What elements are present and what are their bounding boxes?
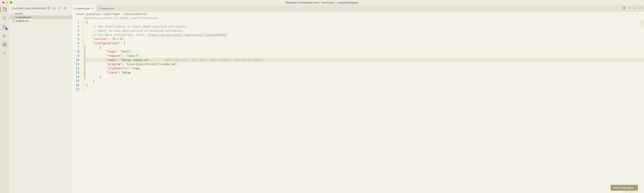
code-line[interactable]: 11 "program": "${workspaceFolder}/readme… bbox=[72, 62, 644, 66]
fold-gutter bbox=[82, 33, 84, 37]
fold-gutter bbox=[82, 29, 84, 33]
breadcrumbs[interactable]: .vscode › {} launch.json › Launch Target… bbox=[72, 12, 644, 16]
code-line[interactable]: 13 "trace": false bbox=[72, 71, 644, 75]
code-content: // For more information, visit: https://… bbox=[86, 33, 644, 37]
svg-rect-7 bbox=[3, 45, 4, 46]
code-line[interactable]: 9 "request": "launch", bbox=[72, 54, 644, 58]
breadcrumb-segment[interactable]: .vscode bbox=[76, 13, 84, 16]
minimize-window-button[interactable] bbox=[6, 1, 8, 4]
code-content: "trace": false bbox=[86, 71, 644, 75]
line-number: 5 bbox=[72, 37, 82, 41]
diff-added-marker bbox=[84, 54, 85, 58]
tab-actions bbox=[623, 5, 644, 12]
code-line[interactable]: 6 "configurations": [ bbox=[72, 41, 644, 45]
sidebar: EXPLORER: SAMPLEWORKSPACE ⋯ ⌄ .vscode {}… bbox=[9, 5, 72, 193]
line-number: 15 bbox=[72, 79, 82, 83]
diff-added-marker bbox=[84, 71, 85, 75]
code-line[interactable]: 15 ] bbox=[72, 79, 644, 83]
code-line[interactable]: 16} bbox=[72, 83, 644, 87]
tab-launch-json[interactable]: {}launch.json× bbox=[72, 5, 96, 12]
svg-point-0 bbox=[3, 17, 5, 19]
diff-gutter bbox=[84, 33, 85, 37]
line-number: 1 bbox=[72, 20, 82, 25]
line-number: 2 bbox=[72, 25, 82, 29]
code-content: // Use IntelliSense to learn about possi… bbox=[86, 25, 644, 29]
maximize-window-button[interactable] bbox=[10, 1, 12, 4]
code-line[interactable]: 14 } bbox=[72, 75, 644, 79]
fold-gutter bbox=[82, 25, 84, 29]
code-line[interactable]: 8 "type": "mock", bbox=[72, 50, 644, 54]
svg-rect-6 bbox=[3, 43, 4, 45]
folder-header[interactable]: ⌄ .vscode bbox=[9, 12, 72, 16]
fold-gutter bbox=[82, 54, 84, 58]
code-content: "stopOnEntry": true, bbox=[86, 66, 644, 71]
code-line[interactable]: 4 // For more information, visit: https:… bbox=[72, 33, 644, 37]
fold-gutter bbox=[82, 20, 84, 25]
code-line[interactable]: 2 // Use IntelliSense to learn about pos… bbox=[72, 25, 644, 29]
breadcrumb-separator: › bbox=[101, 13, 104, 16]
extensions-icon[interactable] bbox=[2, 42, 7, 47]
line-number: 8 bbox=[72, 50, 82, 54]
tree-item-launch-json[interactable]: {}launch.json bbox=[9, 16, 72, 19]
diff-gutter bbox=[84, 79, 85, 83]
breadcrumb-segment[interactable]: Debug readme.md bbox=[126, 13, 146, 16]
code-content: } bbox=[86, 75, 644, 79]
editor[interactable]: 1{2 // Use IntelliSense to learn about p… bbox=[72, 20, 644, 193]
code-content: "name": "Debug readme.md", Andre Weinand… bbox=[86, 58, 644, 62]
code-line[interactable]: 7 { bbox=[72, 45, 644, 50]
fold-gutter bbox=[82, 66, 84, 71]
compare-icon[interactable] bbox=[623, 7, 626, 10]
explorer-icon[interactable] bbox=[2, 7, 7, 12]
refresh-icon[interactable] bbox=[58, 7, 61, 10]
code-line[interactable]: 3 // Hover to view descriptions of exist… bbox=[72, 29, 644, 33]
collapse-all-icon[interactable] bbox=[64, 7, 66, 10]
code-line[interactable]: 17 bbox=[72, 87, 644, 92]
code-line[interactable]: 5 "version": "0.2.0", bbox=[72, 37, 644, 41]
code-content: "program": "${workspaceFolder}/readme.md… bbox=[86, 62, 644, 66]
code-line[interactable]: 1{ bbox=[72, 20, 644, 25]
braces-icon: { } bbox=[122, 13, 126, 16]
debug-icon[interactable] bbox=[2, 33, 7, 39]
line-number: 9 bbox=[72, 54, 82, 58]
fold-gutter bbox=[82, 87, 84, 92]
new-file-icon[interactable] bbox=[48, 7, 50, 10]
fold-gutter bbox=[82, 50, 84, 54]
svg-rect-9 bbox=[5, 43, 6, 45]
diff-next-icon[interactable] bbox=[633, 7, 636, 10]
diff-added-marker bbox=[84, 75, 85, 79]
search-icon[interactable] bbox=[2, 16, 7, 21]
close-window-button[interactable] bbox=[2, 1, 4, 4]
breadcrumb-separator: › bbox=[84, 13, 86, 16]
diff-added-marker bbox=[84, 45, 85, 50]
tab-label: launch.json bbox=[77, 7, 90, 10]
tree-item-label: readme.md bbox=[16, 20, 28, 22]
readme-file-icon: i bbox=[98, 7, 100, 10]
svg-rect-14 bbox=[624, 7, 625, 9]
tab-readme-md[interactable]: ireadme.md bbox=[96, 5, 116, 12]
fold-gutter bbox=[82, 37, 84, 41]
new-folder-icon[interactable] bbox=[53, 7, 56, 10]
svg-point-2 bbox=[3, 26, 4, 27]
json-file-icon: {} bbox=[16, 16, 17, 19]
svg-point-18 bbox=[634, 8, 635, 9]
breadcrumb-segment[interactable]: launch.json bbox=[88, 13, 101, 16]
code-content: { bbox=[86, 45, 644, 50]
split-icon[interactable] bbox=[639, 7, 642, 10]
code-line[interactable]: 10 "name": "Debug readme.md", Andre Wein… bbox=[72, 58, 644, 62]
svg-point-4 bbox=[5, 27, 6, 28]
git-lens-icon[interactable] bbox=[2, 51, 7, 56]
breadcrumb-segment[interactable]: Launch Targets bbox=[103, 13, 120, 16]
more-icon[interactable]: ⋯ bbox=[69, 7, 71, 10]
editor-area: {}launch.json×ireadme.md .vscode › {} la… bbox=[72, 5, 644, 193]
tab-label: readme.md bbox=[102, 7, 114, 10]
code-line[interactable]: 12 "stopOnEntry": true, bbox=[72, 66, 644, 71]
breadcrumb-separator: › bbox=[120, 13, 122, 16]
close-tab-icon[interactable]: × bbox=[91, 7, 94, 10]
line-number: 7 bbox=[72, 45, 82, 50]
line-number: 12 bbox=[72, 66, 82, 71]
tree-item-readme-md[interactable]: ireadme.md bbox=[9, 19, 72, 23]
minimap[interactable] bbox=[640, 20, 644, 28]
source-control-icon[interactable]: 1 bbox=[2, 25, 7, 30]
diff-prev-icon[interactable] bbox=[628, 7, 631, 10]
readme-file-icon: i bbox=[12, 20, 15, 22]
